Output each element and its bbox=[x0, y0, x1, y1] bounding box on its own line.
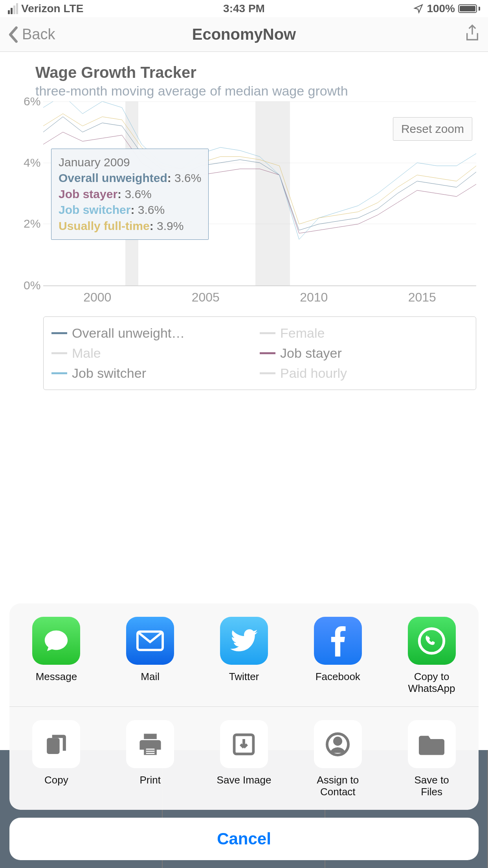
cancel-button[interactable]: Cancel bbox=[9, 818, 479, 860]
svg-point-8 bbox=[335, 738, 341, 744]
copy-to-whatsapp-icon bbox=[408, 617, 456, 665]
print-icon bbox=[126, 720, 174, 768]
share-action-save-image[interactable]: Save Image bbox=[197, 720, 291, 798]
share-app-label: Copy to WhatsApp bbox=[400, 671, 463, 695]
share-action-label: Assign toContact bbox=[317, 774, 359, 798]
save-to-files-icon bbox=[408, 720, 456, 768]
share-action-copy[interactable]: Copy bbox=[9, 720, 103, 798]
share-app-label: Mail bbox=[141, 671, 160, 683]
twitter-icon bbox=[220, 617, 268, 665]
message-icon bbox=[32, 617, 80, 665]
share-action-label: Save Image bbox=[217, 774, 272, 786]
save-image-icon bbox=[220, 720, 268, 768]
share-action-label: Save toFiles bbox=[415, 774, 449, 798]
share-app-mail[interactable]: Mail bbox=[103, 617, 197, 695]
share-action-label: Copy bbox=[44, 774, 68, 786]
share-action-save-to-files[interactable]: Save toFiles bbox=[385, 720, 479, 798]
svg-rect-5 bbox=[146, 752, 154, 753]
mail-icon bbox=[126, 617, 174, 665]
share-app-label: Message bbox=[36, 671, 77, 683]
share-app-facebook[interactable]: Facebook bbox=[291, 617, 385, 695]
copy-icon bbox=[32, 720, 80, 768]
svg-rect-2 bbox=[47, 738, 60, 754]
assign-to-contact-icon bbox=[314, 720, 362, 768]
share-app-message[interactable]: Message bbox=[9, 617, 103, 695]
share-app-copy-to-whatsapp[interactable]: Copy to WhatsApp bbox=[385, 617, 479, 695]
share-app-twitter[interactable]: Twitter bbox=[197, 617, 291, 695]
svg-rect-3 bbox=[146, 748, 154, 754]
share-action-label: Print bbox=[139, 774, 160, 786]
share-action-assign-to-contact[interactable]: Assign toContact bbox=[291, 720, 385, 798]
svg-point-1 bbox=[419, 629, 444, 653]
facebook-icon bbox=[314, 617, 362, 665]
share-app-label: Facebook bbox=[316, 671, 360, 683]
share-sheet: MessageMailTwitterFacebookCopy to WhatsA… bbox=[9, 603, 479, 860]
share-action-print[interactable]: Print bbox=[103, 720, 197, 798]
svg-rect-4 bbox=[146, 750, 154, 751]
share-app-label: Twitter bbox=[229, 671, 259, 683]
